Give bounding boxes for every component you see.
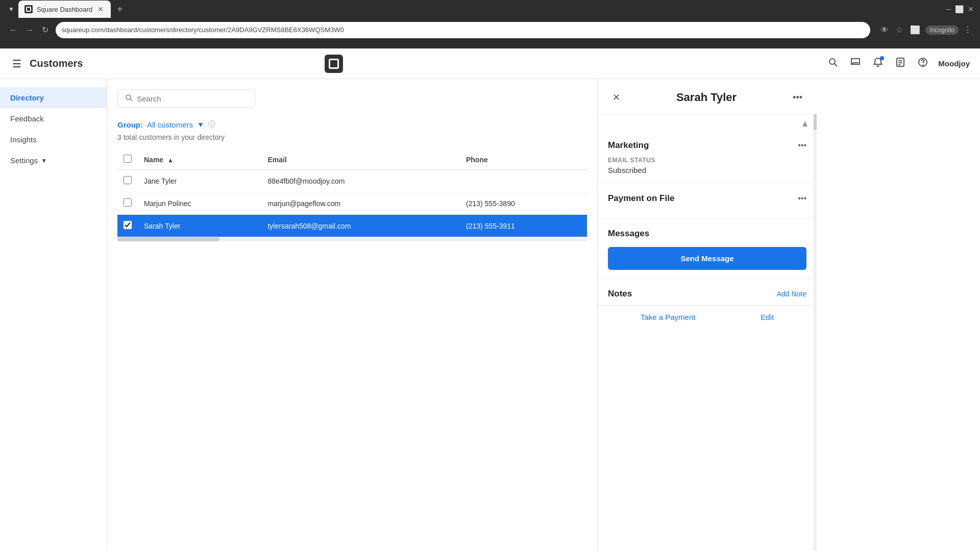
edit-button[interactable]: Edit <box>761 313 774 321</box>
settings-chevron-icon: ▼ <box>41 157 47 164</box>
notification-dot <box>880 56 884 60</box>
messages-section: Messages Send Message <box>598 219 817 280</box>
hamburger-menu-button[interactable]: ☰ <box>10 56 23 72</box>
group-value[interactable]: All customers <box>147 120 193 129</box>
window-controls: ─ ⬜ ✕ <box>946 5 974 13</box>
app-container: ☰ Customers <box>0 48 980 551</box>
search-input[interactable] <box>137 94 248 103</box>
browser-chrome: ▼ Square Dashboard ✕ + ─ ⬜ ✕ ← → ↻ squar… <box>0 0 980 48</box>
app-title: Customers <box>30 58 83 69</box>
sidebar-item-directory[interactable]: Directory <box>0 87 107 108</box>
customer-email-cell-selected: tylersarah508@gmail.com <box>261 215 460 237</box>
table-row[interactable]: Jane Tyler 88e4fb0f@moodjoy.com <box>117 170 587 192</box>
row-checkbox[interactable] <box>124 198 132 207</box>
select-all-header[interactable] <box>117 149 138 170</box>
sidebar-item-feedback[interactable]: Feedback <box>0 108 107 129</box>
bookmark-icon[interactable]: ☆ <box>894 23 905 37</box>
table-header-row: Name ▲ Email Phone <box>117 149 587 170</box>
customer-email-cell: 88e4fb0f@moodjoy.com <box>261 170 460 192</box>
search-input-wrapper[interactable] <box>117 89 255 108</box>
extensions-icon[interactable]: ⋮ <box>962 23 974 37</box>
detail-close-button[interactable]: ✕ <box>608 89 624 106</box>
notes-section-header: Notes Add Note <box>598 280 817 305</box>
detail-scrollbar[interactable] <box>814 79 817 551</box>
close-window-button[interactable]: ✕ <box>968 5 974 13</box>
notifications-button[interactable] <box>871 55 885 72</box>
forward-button[interactable]: → <box>22 23 37 37</box>
group-label: Group: <box>117 120 143 129</box>
detail-more-button[interactable]: ••• <box>789 90 806 105</box>
messages-section-title: Messages <box>608 229 649 239</box>
row-checkbox-selected[interactable] <box>124 221 132 229</box>
address-bar[interactable]: squareup.com/dashboard/customers/directo… <box>56 22 870 38</box>
customer-email-cell: marjun@pageflow.com <box>261 192 460 215</box>
table-header-name[interactable]: Name ▲ <box>138 149 261 170</box>
marketing-more-button[interactable]: ••• <box>798 141 806 150</box>
sidebar-item-settings[interactable]: Settings ▼ <box>0 150 107 171</box>
customer-table: Name ▲ Email Phone <box>117 149 587 237</box>
row-checkbox[interactable] <box>124 176 132 184</box>
search-button[interactable] <box>826 55 840 72</box>
group-dropdown-icon[interactable]: ▼ <box>197 120 204 129</box>
table-header-email[interactable]: Email <box>261 149 460 170</box>
maximize-button[interactable]: ⬜ <box>955 5 964 13</box>
eye-off-icon[interactable]: 👁 <box>878 23 891 37</box>
main-content: Directory Feedback Insights Settings ▼ <box>0 79 980 551</box>
svg-line-9 <box>130 99 132 101</box>
sidebar-label-insights: Insights <box>10 135 37 144</box>
table-header-phone[interactable]: Phone <box>460 149 587 170</box>
add-note-button[interactable]: Add Note <box>777 290 806 298</box>
minimize-button[interactable]: ─ <box>946 5 951 13</box>
new-tab-button[interactable]: + <box>113 4 127 15</box>
bottom-action-bar: Take a Payment Edit <box>598 305 817 329</box>
marketing-section: Marketing ••• EMAIL STATUS Subscribed <box>598 131 817 184</box>
messages-button[interactable] <box>848 55 863 72</box>
tab-close-button[interactable]: ✕ <box>96 5 105 13</box>
back-button[interactable]: ← <box>6 23 20 37</box>
reports-button[interactable] <box>893 55 908 72</box>
customer-name-cell[interactable]: Jane Tyler <box>138 170 261 192</box>
customer-name-cell[interactable]: Marjun Polinec <box>138 192 261 215</box>
info-icon: ⓘ <box>208 120 215 129</box>
sidebar-item-insights[interactable]: Insights <box>0 129 107 150</box>
browser-actions: 👁 ☆ ⬜ Incognito ⋮ <box>878 23 974 37</box>
tab-switcher[interactable]: ▼ <box>6 4 16 15</box>
table-header: Name ▲ Email Phone <box>117 149 587 170</box>
customer-phone-cell-selected: (213) 555-3911 <box>460 215 587 237</box>
sidebar-label-settings: Settings <box>10 156 38 165</box>
payment-section-header: Payment on File ••• <box>608 193 806 204</box>
browser-tab[interactable]: Square Dashboard ✕ <box>18 1 111 18</box>
send-message-button[interactable]: Send Message <box>608 247 806 270</box>
table-row-selected[interactable]: Sarah Tyler tylersarah508@gmail.com (213… <box>117 215 587 237</box>
sidebar-label-feedback: Feedback <box>10 114 44 123</box>
table-row[interactable]: Marjun Polinec marjun@pageflow.com (213)… <box>117 192 587 215</box>
sort-icon-name: ▲ <box>167 157 174 164</box>
customer-phone-cell: (213) 555-3890 <box>460 192 587 215</box>
select-all-checkbox[interactable] <box>124 155 132 163</box>
horizontal-scroll-bar[interactable] <box>117 237 587 241</box>
sidebar: Directory Feedback Insights Settings ▼ <box>0 79 107 551</box>
square-logo <box>325 55 343 73</box>
search-icon <box>125 94 133 103</box>
sidebar-label-directory: Directory <box>10 93 44 102</box>
row-checkbox-cell[interactable] <box>117 170 138 192</box>
tab-favicon <box>24 5 33 13</box>
email-status-value: Subscribed <box>608 166 806 174</box>
messages-section-header: Messages <box>608 229 806 239</box>
help-button[interactable] <box>916 55 930 72</box>
reload-button[interactable]: ↻ <box>39 23 52 37</box>
scroll-up-button[interactable]: ▲ <box>798 116 812 131</box>
marketing-section-title: Marketing <box>608 140 649 151</box>
payment-on-file-section: Payment on File ••• <box>598 184 817 219</box>
row-checkbox-cell-selected[interactable] <box>117 215 138 237</box>
customer-name-cell-selected[interactable]: Sarah Tyler <box>138 215 261 237</box>
group-filter-row: Group: All customers ▼ ⓘ <box>117 120 587 129</box>
take-payment-button[interactable]: Take a Payment <box>641 313 696 321</box>
payment-more-button[interactable]: ••• <box>798 194 806 203</box>
row-checkbox-cell[interactable] <box>117 192 138 215</box>
customer-count: 3 total customers in your directory <box>117 133 587 141</box>
user-menu-button[interactable]: Moodjoy <box>938 59 970 68</box>
email-status-label: EMAIL STATUS <box>608 157 806 164</box>
profile-icon[interactable]: ⬜ <box>908 23 922 37</box>
svg-line-1 <box>835 64 837 66</box>
